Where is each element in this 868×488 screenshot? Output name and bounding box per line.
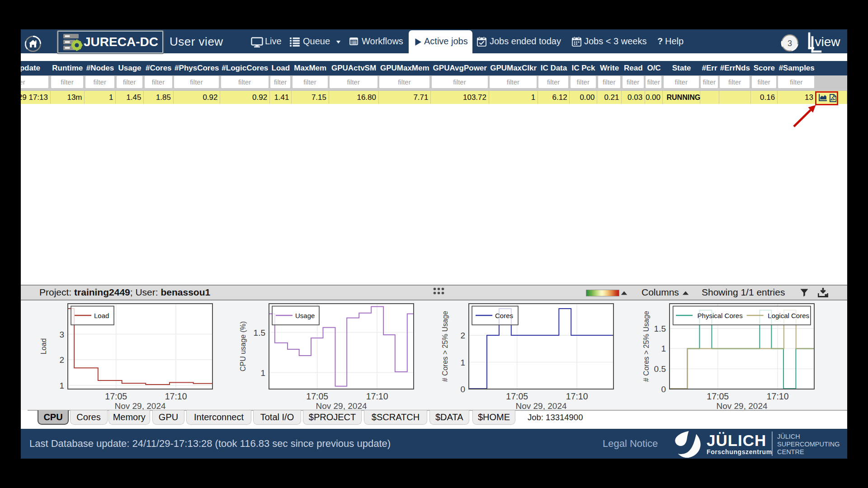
svg-text:1: 1 — [60, 380, 65, 390]
svg-text:17:10: 17:10 — [165, 391, 187, 401]
svg-text:17:10: 17:10 — [566, 391, 588, 401]
svg-text:1: 1 — [260, 368, 265, 377]
svg-text:1.5: 1.5 — [253, 328, 265, 337]
svg-text:Nov 29, 2024: Nov 29, 2024 — [716, 401, 767, 410]
svg-text:1: 1 — [661, 344, 666, 353]
svg-text:1.5: 1.5 — [654, 324, 665, 333]
svg-text:2: 2 — [460, 331, 465, 340]
svg-text:0: 0 — [661, 384, 666, 394]
svg-text:17:05: 17:05 — [707, 391, 729, 401]
svg-text:# Cores > 25% Usage: # Cores > 25% Usage — [441, 310, 449, 381]
svg-text:Nov 29, 2024: Nov 29, 2024 — [316, 401, 367, 410]
svg-text:17:10: 17:10 — [766, 391, 788, 401]
svg-text:Physical Cores: Physical Cores — [697, 311, 742, 319]
svg-text:17:10: 17:10 — [366, 391, 388, 401]
svg-text:17:05: 17:05 — [506, 391, 528, 401]
svg-text:Load: Load — [94, 311, 109, 319]
svg-text:Nov 29, 2024: Nov 29, 2024 — [115, 401, 166, 410]
svg-text:3: 3 — [60, 329, 65, 339]
svg-text:3: 3 — [788, 39, 792, 48]
svg-text:0.5: 0.5 — [654, 364, 665, 374]
svg-text:Usage: Usage — [295, 311, 315, 319]
svg-text:# Cores > 25% Usage: # Cores > 25% Usage — [642, 310, 650, 381]
svg-text:Logical Cores: Logical Cores — [768, 311, 809, 319]
svg-text:17:05: 17:05 — [105, 391, 127, 401]
svg-text:1: 1 — [460, 357, 465, 367]
svg-text:0: 0 — [460, 384, 465, 394]
svg-text:17:05: 17:05 — [306, 391, 328, 401]
svg-text:CPU usage (%): CPU usage (%) — [239, 321, 247, 371]
svg-text:Cores: Cores — [495, 311, 513, 319]
svg-text:view: view — [815, 35, 841, 49]
svg-text:2: 2 — [60, 355, 65, 365]
svg-text:Load: Load — [40, 338, 47, 354]
svg-text:Nov 29, 2024: Nov 29, 2024 — [515, 401, 566, 410]
